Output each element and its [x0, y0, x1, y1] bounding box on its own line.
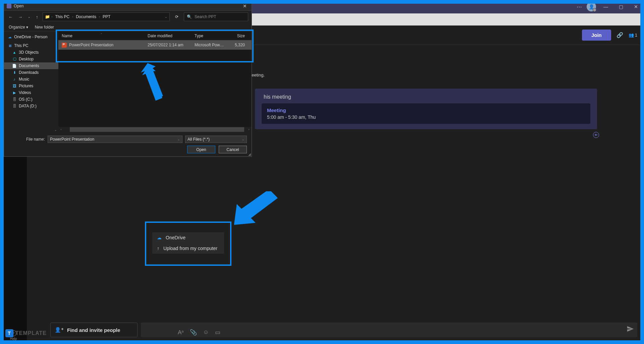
meeting-subtitle: his meeting — [264, 94, 590, 100]
tree-pictures[interactable]: 🖼Pictures — [4, 83, 58, 89]
breadcrumb-chevron-icon: › — [72, 15, 73, 18]
emoji-icon[interactable]: ☺ — [203, 329, 209, 336]
send-icon[interactable] — [627, 325, 634, 334]
file-name: PowerPoint Presentation — [69, 43, 113, 47]
dialog-footer: File name: PowerPoint Presentation ⌄ All… — [4, 132, 252, 157]
breadcrumb-thispc[interactable]: This PC — [54, 14, 71, 19]
upload-label: Upload from my computer — [163, 246, 217, 251]
attach-icon[interactable]: 📎 — [190, 329, 197, 336]
address-bar[interactable]: 📁 › This PC › Documents › PPT ⌄ — [43, 12, 170, 21]
dialog-navbar: ← → ⌄ ↑ 📁 › This PC › Documents › PPT ⌄ … — [4, 11, 252, 23]
dialog-close-icon[interactable]: ✕ — [241, 3, 249, 9]
nav-back-icon[interactable]: ← — [7, 14, 14, 19]
user-avatar[interactable]: 👤 — [587, 2, 596, 11]
header-name[interactable]: ⌃Name — [58, 34, 144, 38]
tree-videos[interactable]: ▶Videos — [4, 89, 58, 96]
folder-icon: 📁 — [45, 14, 50, 19]
refresh-icon[interactable]: ⟳ — [173, 14, 180, 19]
tree-datad[interactable]: 🗄DATA (D:) — [4, 103, 58, 109]
open-button[interactable]: Open — [187, 146, 215, 153]
tree-onedrive[interactable]: ☁OneDrive - Person — [4, 34, 58, 40]
search-placeholder: Search PPT — [195, 14, 216, 19]
dialog-titlebar: Open ✕ — [4, 1, 252, 11]
tree-3dobjects[interactable]: ▲3D Objects — [4, 49, 58, 56]
participants-count[interactable]: 👥1 — [629, 33, 637, 38]
attach-source-menu: ☁ OneDrive ↑ Upload from my computer — [152, 232, 224, 254]
resize-grip-icon[interactable]: ◢ — [248, 152, 251, 156]
join-button[interactable]: Join — [582, 30, 611, 41]
organize-menu[interactable]: Organize▾ — [9, 25, 28, 30]
attach-upload-option[interactable]: ↑ Upload from my computer — [152, 243, 224, 254]
header-size[interactable]: Size — [228, 34, 248, 38]
powerpoint-file-icon — [62, 43, 67, 48]
new-folder-button[interactable]: New folder — [35, 25, 54, 30]
invite-people-chip[interactable]: 👤⁺ Find and invite people — [50, 323, 138, 337]
meeting-hint-text: eeting. — [252, 72, 265, 78]
file-list-area: ⌃Name Date modified Type Size PowerPoint… — [58, 32, 252, 132]
meeting-title: Meeting — [267, 107, 585, 113]
tree-scroll-chevron-icon[interactable]: ⌄ — [54, 128, 57, 132]
onedrive-icon: ☁ — [157, 235, 162, 240]
breadcrumb-chevron-icon: › — [99, 15, 100, 18]
attach-popup-highlight: ☁ OneDrive ↑ Upload from my computer — [145, 222, 231, 266]
invite-label: Find and invite people — [67, 327, 120, 333]
onedrive-label: OneDrive — [166, 235, 185, 240]
search-input[interactable]: 🔍 Search PPT — [184, 12, 248, 21]
person-add-icon: 👤⁺ — [55, 327, 64, 333]
cancel-button[interactable]: Cancel — [219, 146, 247, 153]
dialog-title: Open — [14, 4, 23, 8]
file-list-headers: ⌃Name Date modified Type Size — [58, 32, 252, 40]
header-date[interactable]: Date modified — [144, 34, 191, 38]
tree-downloads[interactable]: ⬇Downloads — [4, 69, 58, 76]
link-icon[interactable]: 🔗 — [616, 32, 623, 38]
seen-check-icon: 👁 — [593, 132, 599, 138]
meeting-card[interactable]: his meeting Meeting 5:00 am - 5:30 am, T… — [255, 89, 597, 129]
tree-desktop[interactable]: 🖵Desktop — [4, 56, 58, 62]
tree-music[interactable]: ♪Music — [4, 76, 58, 83]
gif-icon[interactable]: ▭ — [215, 329, 220, 336]
attach-onedrive-option[interactable]: ☁ OneDrive — [152, 232, 224, 243]
header-type[interactable]: Type — [191, 34, 228, 38]
nav-up-icon[interactable]: ↑ — [35, 14, 39, 19]
filename-input[interactable]: PowerPoint Presentation ⌄ — [48, 136, 182, 143]
filter-dropdown-icon[interactable]: ⌄ — [242, 138, 245, 141]
search-icon: 🔍 — [187, 14, 192, 19]
compose-toolbar: Aᵃ 📎 ☺ ▭ — [178, 329, 220, 336]
tree-osc[interactable]: 🗄OS (C:) — [4, 96, 58, 103]
folder-tree: ☁OneDrive - Person 🖥This PC ▲3D Objects … — [4, 32, 58, 132]
close-window-icon[interactable]: ✕ — [631, 4, 641, 9]
horizontal-scrollbar[interactable]: ‹ › — [58, 127, 252, 132]
addressbar-dropdown-icon[interactable]: ⌄ — [165, 15, 167, 18]
maximize-icon[interactable]: ▢ — [615, 4, 627, 9]
format-icon[interactable]: Aᵃ — [178, 329, 184, 336]
tree-thispc[interactable]: 🖥This PC — [4, 42, 58, 49]
minimize-icon[interactable]: — — [600, 4, 611, 9]
breadcrumb-chevron-icon: › — [52, 15, 53, 18]
nav-forward-icon[interactable]: → — [17, 14, 23, 19]
scroll-left-icon[interactable]: ‹ — [58, 128, 64, 131]
file-size: 5,320 — [228, 43, 248, 47]
file-open-dialog: Open ✕ ← → ⌄ ↑ 📁 › This PC › Documents ›… — [4, 1, 252, 157]
upload-icon: ↑ — [157, 246, 159, 251]
dialog-app-icon — [7, 4, 11, 8]
file-type: Microsoft PowerPo... — [191, 43, 228, 47]
breadcrumb-documents[interactable]: Documents — [75, 14, 97, 19]
filetype-filter[interactable]: All Files (*.*) ⌄ — [185, 136, 247, 143]
file-date: 25/07/2022 1:14 am — [144, 43, 191, 47]
breadcrumb-ppt[interactable]: PPT — [102, 14, 111, 19]
kebab-menu-icon[interactable]: ⋯ — [577, 4, 583, 10]
watermark-logo: TTEMPLATE — [5, 329, 47, 337]
scroll-right-icon[interactable]: › — [246, 128, 252, 131]
scrollbar-thumb[interactable] — [70, 127, 244, 132]
filename-label: File name: — [9, 137, 45, 142]
meeting-time: 5:00 am - 5:30 am, Thu — [267, 114, 585, 120]
nav-recent-chevron-icon[interactable]: ⌄ — [27, 15, 32, 18]
filename-dropdown-icon[interactable]: ⌄ — [177, 138, 180, 141]
dialog-toolbar: Organize▾ New folder — [4, 23, 252, 32]
tree-documents[interactable]: 📄Documents — [4, 62, 58, 69]
file-row[interactable]: PowerPoint Presentation 25/07/2022 1:14 … — [58, 40, 252, 50]
